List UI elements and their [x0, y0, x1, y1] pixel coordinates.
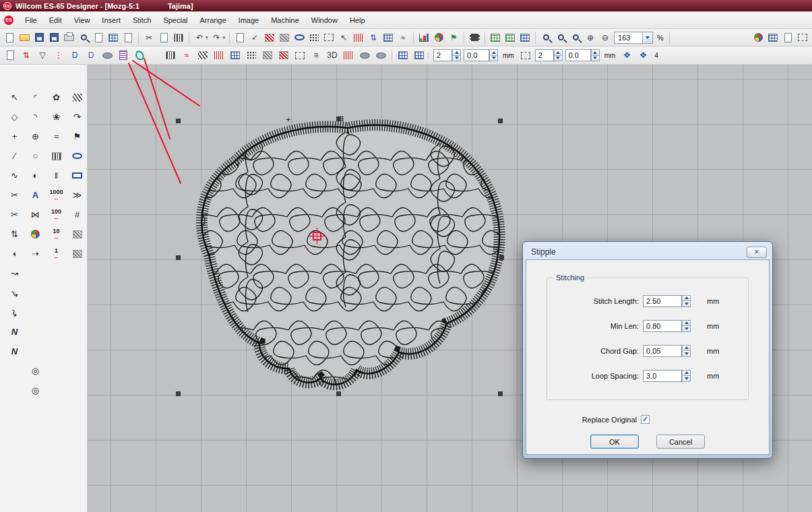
paste-icon[interactable]: [172, 31, 185, 44]
stipple-dots-icon[interactable]: [307, 31, 321, 44]
stitch-arrow-1-tool[interactable]: ↝: [6, 265, 24, 282]
contour-fill-icon[interactable]: [261, 49, 274, 62]
chord-gap-input[interactable]: [643, 345, 682, 357]
target-pink-tool[interactable]: ◎: [27, 362, 44, 380]
select-verify-icon[interactable]: ✓: [248, 31, 261, 44]
freehand-tool[interactable]: ∿: [6, 167, 24, 185]
zigzag-fill-icon[interactable]: ≈: [180, 49, 193, 62]
selection-handle-sw[interactable]: [176, 391, 181, 396]
close-icon[interactable]: ✕: [747, 247, 767, 258]
zoom-lens-plus-icon[interactable]: [554, 31, 567, 44]
dotted-run-tool[interactable]: ⇢: [27, 245, 44, 263]
globe-tool[interactable]: ⊕: [27, 128, 44, 146]
ellipse-tool[interactable]: [69, 148, 86, 165]
pattern-fill-tool[interactable]: [69, 226, 86, 243]
stitch-10-tool[interactable]: 10 ↔: [48, 226, 65, 243]
tatami-fill-icon[interactable]: [196, 49, 210, 62]
spin-up-icon[interactable]: [591, 49, 600, 56]
marquee-select-icon[interactable]: [322, 31, 336, 44]
selection-handle-se[interactable]: [498, 391, 503, 396]
grid-major-value[interactable]: 2: [433, 49, 452, 61]
grid-toggle-icon[interactable]: [396, 49, 410, 62]
show-outlines-icon[interactable]: [796, 31, 809, 44]
overlap-grid-1-icon[interactable]: [489, 31, 502, 44]
flip-tool[interactable]: ⇅: [6, 226, 24, 243]
copy-icon[interactable]: [157, 31, 170, 44]
grid-spacing-spinner[interactable]: 0.0: [464, 49, 498, 61]
grid-major-spinner[interactable]: 2: [433, 49, 461, 61]
fringe-effect-icon[interactable]: [342, 49, 355, 62]
stitch-arrow-2-tool[interactable]: ↝: [2, 280, 26, 305]
open-design-icon[interactable]: [18, 31, 31, 44]
menu-image[interactable]: Image: [232, 13, 266, 28]
selection-handle-ne[interactable]: [498, 119, 503, 123]
selection-handle-e[interactable]: [499, 255, 504, 260]
selection-handle-nw[interactable]: [176, 119, 181, 123]
spin-down-icon[interactable]: [682, 326, 691, 332]
spin-down-icon[interactable]: [682, 301, 691, 307]
reshape-tool[interactable]: ◇: [6, 108, 24, 126]
hoop-major-value[interactable]: 2: [535, 49, 554, 61]
cancel-button[interactable]: Cancel: [656, 435, 705, 449]
overlap-grid-2-icon[interactable]: [503, 31, 517, 44]
drop-shape-outline-icon[interactable]: D: [68, 49, 82, 62]
hatch-fill-tool[interactable]: [69, 89, 86, 106]
n-curve-red-tool[interactable]: N: [6, 343, 24, 360]
motif-run-tool[interactable]: ❀: [48, 108, 65, 126]
color-wheel-tool[interactable]: [27, 226, 44, 243]
stitch-angles-icon[interactable]: ≡: [309, 49, 323, 62]
flower-fill-tool[interactable]: ✿: [48, 89, 65, 106]
zoom-box-icon[interactable]: [539, 31, 553, 44]
needles-tool[interactable]: #: [69, 206, 86, 224]
menu-special[interactable]: Special: [157, 13, 193, 28]
menu-insert[interactable]: Insert: [96, 13, 127, 28]
undo-icon[interactable]: ↶: [193, 31, 206, 44]
print-preview-icon[interactable]: [77, 31, 90, 44]
stitch-arrow-3-tool[interactable]: ↝: [3, 300, 26, 324]
new-design-icon[interactable]: [3, 31, 16, 44]
system-menu-icon[interactable]: ES: [4, 15, 13, 25]
needle-insert-icon[interactable]: ⇅: [20, 49, 33, 62]
save-design-icon[interactable]: [32, 31, 46, 44]
stipple-run-icon[interactable]: [117, 49, 130, 62]
cut-icon[interactable]: ✂: [142, 31, 156, 44]
stitch-1000-tool[interactable]: 1000 ↔: [48, 187, 65, 204]
spin-down-icon[interactable]: [591, 56, 600, 62]
rectangle-tool[interactable]: [69, 167, 86, 185]
fancy-fill-icon[interactable]: [277, 49, 290, 62]
needle-column-tool[interactable]: ‖: [48, 167, 65, 185]
thread-colors-icon[interactable]: [751, 31, 765, 44]
sphere-effect-tool[interactable]: ◐: [27, 167, 44, 185]
ok-button[interactable]: OK: [590, 435, 639, 449]
stitch-chart-icon[interactable]: [417, 31, 431, 44]
selection-handle-s[interactable]: [336, 391, 341, 396]
satin-stitch-icon[interactable]: [278, 31, 291, 44]
menu-file[interactable]: File: [19, 13, 43, 28]
input-a-tool[interactable]: ◝: [27, 108, 44, 126]
spin-up-icon[interactable]: [682, 320, 691, 327]
stipple-dialog-titlebar[interactable]: Stipple ✕: [526, 245, 770, 259]
print-icon[interactable]: [62, 31, 75, 44]
knife-tool[interactable]: ∕: [6, 148, 24, 165]
team-names-tool[interactable]: ⋈: [27, 206, 44, 224]
menu-stitch[interactable]: Stitch: [127, 13, 158, 28]
auto-digitize-icon[interactable]: [3, 49, 17, 62]
effect-3d-button[interactable]: 3D: [325, 49, 339, 62]
ruler-icon[interactable]: [519, 49, 532, 62]
hoop-major-spinner[interactable]: 2: [535, 49, 563, 61]
replace-original-checkbox[interactable]: ✓: [641, 415, 650, 424]
insert-embroidery-icon[interactable]: [233, 31, 247, 44]
move-design-icon[interactable]: ✥: [620, 49, 633, 62]
pointer-add-icon[interactable]: ↖: [337, 31, 350, 44]
hoop-spacing-spinner[interactable]: 0.0: [565, 49, 600, 61]
pull-comp-icon[interactable]: [374, 49, 387, 62]
menu-window[interactable]: Window: [305, 13, 344, 28]
flag-icon[interactable]: ⚑: [447, 31, 460, 44]
scissors-tool[interactable]: ✂: [6, 206, 24, 224]
spin-up-icon[interactable]: [554, 49, 563, 56]
texture-fill-tool[interactable]: [69, 245, 86, 263]
menu-arrange[interactable]: Arrange: [193, 13, 232, 28]
drop-shape-fill-icon[interactable]: D: [84, 49, 98, 62]
brain-stipple-design[interactable]: [167, 113, 512, 402]
zoom-out-icon[interactable]: ⊖: [598, 31, 612, 44]
